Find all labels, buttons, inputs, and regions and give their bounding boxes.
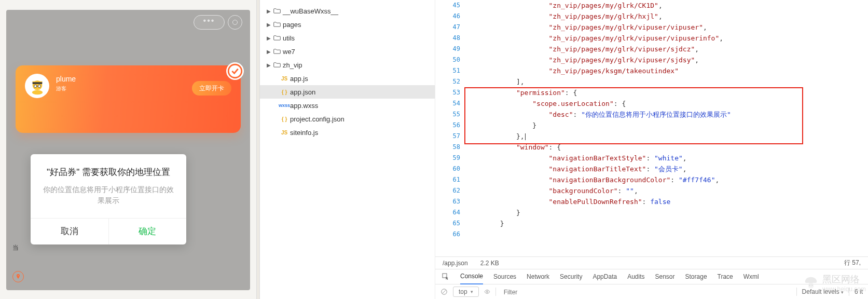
folder-icon [272, 35, 282, 41]
svg-point-6 [38, 85, 40, 87]
tree-item-label: app.json [290, 88, 315, 96]
eye-icon[interactable] [484, 289, 490, 295]
editor-status-bar: /app.json 2.2 KB 行 57, [435, 256, 868, 269]
devtools-tab-trace[interactable]: Trace [718, 269, 733, 284]
expand-arrow-icon[interactable]: ▶ [265, 49, 272, 55]
json-file-icon: { } [280, 116, 289, 122]
devtools-tab-storage[interactable]: Storage [685, 269, 707, 284]
console-filter-input[interactable] [501, 287, 595, 297]
folder-item[interactable]: ▶zh_vip [260, 58, 435, 72]
inspect-icon[interactable] [442, 273, 450, 281]
file-item[interactable]: { }app.json [260, 85, 435, 99]
code-line[interactable]: "zh_vip/pages/my/glrk/vipuser/vipuserinf… [467, 33, 868, 44]
folder-item[interactable]: ▶utils [260, 31, 435, 45]
open-card-button[interactable]: 立即开卡 [192, 81, 231, 96]
watermark-name: 黑区网络 [822, 273, 866, 286]
code-line[interactable]: "backgroundColor": "", [467, 185, 868, 196]
file-tree[interactable]: ▶__wuBaseWxss__▶pages▶utils▶we7▶zh_vipJS… [260, 0, 435, 299]
devtools-tab-sensor[interactable]: Sensor [655, 269, 675, 284]
current-label: 当 [12, 243, 19, 252]
permission-dialog: "好品券" 需要获取你的地理位置 你的位置信息将用于小程序位置接口的效果展示 取… [31, 154, 186, 244]
file-item[interactable]: { }project.config.json [260, 112, 435, 126]
code-line[interactable]: "navigationBarBackgroundColor": "#ff7f46… [467, 174, 868, 185]
folder-item[interactable]: ▶pages [260, 18, 435, 31]
code-line[interactable]: "zh_vip/pages/my/glrk/vipuser/sjdsy", [467, 55, 868, 65]
file-item[interactable]: wxssapp.wxss [260, 99, 435, 112]
wxss-file-icon: wxss [280, 103, 289, 108]
code-line[interactable]: "zh_vip/pages/ksgm/takeoutindex" [467, 65, 868, 76]
tree-item-label: zh_vip [283, 61, 302, 69]
svg-point-14 [811, 285, 812, 286]
expand-arrow-icon[interactable]: ▶ [265, 8, 272, 14]
tree-item-label: app.wxss [290, 102, 318, 110]
js-file-icon: JS [280, 130, 289, 135]
devtools-tab-network[interactable]: Network [527, 269, 549, 284]
code-line[interactable]: "zh_vip/pages/my/glrk/vipuser/sjdcz", [467, 44, 868, 55]
folder-icon [272, 8, 282, 14]
code-line[interactable]: "navigationBarTextStyle": "white", [467, 153, 868, 164]
devtools-tab-sources[interactable]: Sources [493, 269, 516, 284]
svg-point-13 [809, 285, 810, 286]
tree-item-label: utils [283, 34, 295, 42]
folder-icon [272, 21, 282, 28]
code-line[interactable]: "navigationBarTitleText": "会员卡", [467, 164, 868, 174]
code-line[interactable]: } [467, 218, 868, 229]
tree-item-label: app.js [290, 75, 308, 83]
svg-point-11 [486, 291, 488, 293]
code-editor[interactable]: 4546474849505152535455565758596061626364… [435, 0, 868, 256]
devtools-tab-console[interactable]: Console [460, 269, 483, 284]
svg-point-5 [34, 85, 36, 87]
svg-point-1 [32, 90, 42, 94]
clear-console-icon[interactable] [440, 288, 448, 295]
devtools-tab-security[interactable]: Security [560, 269, 582, 284]
capsule-close-button[interactable] [228, 15, 242, 30]
code-line[interactable]: "permission": { [467, 87, 868, 98]
devtools-tab-appdata[interactable]: AppData [593, 269, 617, 284]
devtools-tab-wxml[interactable]: Wxml [743, 269, 759, 284]
json-file-icon: { } [280, 89, 289, 95]
avatar [25, 74, 49, 98]
tree-item-label: pages [283, 21, 301, 29]
code-line[interactable]: "zh_vip/pages/my/glrk/vipuser/vipuser", [467, 22, 868, 33]
capsule-menu-button[interactable]: ••• [194, 15, 225, 30]
folder-icon [272, 62, 282, 68]
code-line[interactable]: "zh_vip/pages/my/glrk/hxjl", [467, 11, 868, 22]
code-line[interactable]: "scope.userLocation": { [467, 98, 868, 109]
code-line[interactable]: } [467, 120, 868, 131]
code-body[interactable]: "zn_vip/pages/my/glrk/CK1D", "zh_vip/pag… [467, 0, 868, 240]
simulator-pane: ••• plume 游客 [0, 0, 256, 299]
location-pin-icon[interactable] [12, 271, 24, 282]
line-number-gutter: 4546474849505152535455565758596061626364… [435, 0, 466, 240]
cancel-button[interactable]: 取消 [31, 219, 108, 244]
svg-line-10 [443, 290, 446, 294]
code-line[interactable]: "desc": "你的位置信息将用于小程序位置接口的效果展示" [467, 109, 868, 120]
folder-item[interactable]: ▶__wuBaseWxss__ [260, 4, 435, 18]
file-item[interactable]: JSapp.js [260, 72, 435, 85]
svg-rect-4 [32, 81, 42, 82]
status-file-size: 2.2 KB [480, 260, 499, 267]
expand-arrow-icon[interactable]: ▶ [265, 35, 272, 41]
watermark-url: www.heiqu.com [822, 286, 866, 293]
dialog-title: "好品券" 需要获取你的地理位置 [31, 154, 186, 182]
dialog-description: 你的位置信息将用于小程序位置接口的效果展示 [31, 182, 186, 218]
expand-arrow-icon[interactable]: ▶ [265, 22, 272, 28]
code-line[interactable]: "enablePullDownRefresh": false [467, 196, 868, 207]
folder-icon [272, 48, 282, 55]
splitter[interactable] [256, 0, 260, 299]
js-file-icon: JS [280, 76, 289, 81]
folder-item[interactable]: ▶we7 [260, 45, 435, 58]
file-item[interactable]: JSsiteinfo.js [260, 126, 435, 139]
code-line[interactable]: "window": { [467, 142, 868, 153]
devtools-tab-audits[interactable]: Audits [627, 269, 644, 284]
code-line[interactable]: "zn_vip/pages/my/glrk/CK1D", [467, 0, 868, 11]
svg-point-0 [228, 64, 242, 78]
expand-arrow-icon[interactable]: ▶ [265, 62, 272, 68]
code-line[interactable]: ], [467, 76, 868, 87]
code-line[interactable]: } [467, 207, 868, 218]
code-line[interactable]: }, [467, 131, 868, 142]
tree-item-label: we7 [283, 48, 295, 56]
code-line[interactable] [467, 229, 868, 240]
confirm-button[interactable]: 确定 [108, 219, 187, 244]
watermark: 黑区网络 www.heiqu.com [803, 273, 866, 293]
context-select[interactable]: top▾ [453, 287, 479, 297]
